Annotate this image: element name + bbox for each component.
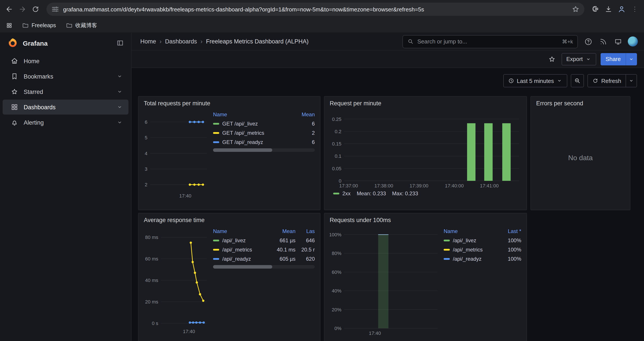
tab-groups-icon[interactable]: [4, 21, 14, 30]
panel-title[interactable]: Requests under 100ms: [324, 213, 526, 226]
legend-value: 100%: [498, 254, 521, 263]
export-button[interactable]: Export: [561, 53, 596, 65]
legend-value: 646: [296, 236, 315, 245]
refresh-button[interactable]: Refresh: [588, 74, 626, 87]
search-input[interactable]: Search or jump to... ⌘+k: [402, 35, 578, 48]
bookmark-star-icon[interactable]: [571, 5, 580, 14]
legend-stat: Mean: 0.233: [357, 190, 386, 197]
scrollbar-thumb[interactable]: [213, 148, 272, 152]
svg-text:17:40: 17:40: [179, 193, 191, 199]
site-settings-icon[interactable]: [51, 5, 60, 14]
zoom-out-button[interactable]: [571, 74, 584, 87]
forward-icon[interactable]: [17, 4, 28, 15]
bar-chart[interactable]: 100%80%60%40%20%0%17:40: [330, 226, 440, 337]
bar-chart[interactable]: 0.250.20.150.10.05017:37:0017:38:0017:39…: [330, 110, 522, 190]
sidebar-item-home[interactable]: Home: [3, 54, 128, 69]
bookmark-folder-freeleaps[interactable]: Freeleaps: [20, 20, 58, 31]
chevron-down-icon: [628, 56, 634, 62]
sidebar-item-label: Dashboards: [24, 104, 111, 110]
panel-request-per-minute: Request per minute 0.250.20.150.10.05017…: [324, 96, 527, 210]
help-icon[interactable]: [583, 36, 594, 47]
search-placeholder: Search or jump to...: [417, 38, 558, 45]
legend-value: 6: [294, 119, 315, 128]
legend-series[interactable]: GET /api/_metrics: [213, 128, 294, 137]
chevron-down-icon[interactable]: [116, 119, 123, 126]
search-shortcut: ⌘+k: [562, 38, 573, 45]
share-menu-button[interactable]: [626, 53, 637, 65]
legend-header[interactable]: Name: [213, 110, 294, 119]
browser-menu-icon[interactable]: [629, 4, 640, 15]
legend-series[interactable]: /api/_livez: [444, 236, 498, 245]
legend-header[interactable]: Name: [213, 226, 268, 236]
address-bar[interactable]: grafana.mathmast.com/d/deytv4rwavabkb/fr…: [46, 3, 584, 16]
panel-legend: 2xxMean: 0.233Max: 0.233: [330, 190, 521, 197]
user-avatar[interactable]: [628, 37, 638, 47]
legend-header[interactable]: Mean: [294, 110, 315, 119]
bookmark-folder-blogs[interactable]: 收藏博客: [64, 20, 99, 31]
legend-series[interactable]: /api/_readyz: [213, 254, 268, 263]
downloads-icon[interactable]: [603, 4, 614, 15]
panel-total-requests: Total requests per minute 6543217:40 Nam…: [138, 96, 320, 210]
sidebar-item-bookmarks[interactable]: Bookmarks: [3, 69, 128, 84]
panel-legend: NameMeanLas/api/_livez661 µs646/api/_met…: [210, 226, 315, 340]
panel-average-response-time: Average response time 80 ms60 ms40 ms20 …: [138, 213, 320, 341]
legend-series[interactable]: /api/_livez: [213, 236, 268, 245]
legend-stat: Max: 0.233: [392, 190, 418, 197]
browser-profile-avatar[interactable]: [616, 4, 627, 15]
time-range-picker[interactable]: Last 5 minutes: [503, 74, 568, 87]
bookmarks-bar: Freeleaps 收藏博客: [0, 19, 644, 33]
line-chart[interactable]: 6543217:40: [144, 110, 210, 200]
refresh-interval-button[interactable]: [626, 74, 637, 87]
chevron-down-icon[interactable]: [116, 73, 123, 80]
panel-title[interactable]: Average response time: [138, 213, 320, 226]
sidebar-item-label: Bookmarks: [24, 73, 111, 80]
panel-legend: NameMeanGET /api/_livez6GET /api/_metric…: [210, 110, 315, 206]
breadcrumb-item[interactable]: Home: [140, 38, 156, 45]
panel-title[interactable]: Total requests per minute: [138, 97, 320, 110]
legend-series[interactable]: /api/_metrics: [444, 245, 498, 254]
sidebar-item-alerting[interactable]: Alerting: [3, 115, 128, 130]
sidebar-item-starred[interactable]: Starred: [3, 84, 128, 99]
sidebar-item-dashboards[interactable]: Dashboards: [3, 100, 128, 115]
legend-value: 100%: [498, 236, 521, 245]
legend-header[interactable]: Mean: [268, 226, 296, 236]
legend-header[interactable]: Name: [444, 226, 498, 236]
browser-chrome: grafana.mathmast.com/d/deytv4rwavabkb/fr…: [0, 0, 644, 33]
legend-series[interactable]: GET /api/_livez: [213, 119, 294, 128]
series-color-marker: [213, 258, 219, 260]
panel-title[interactable]: Errors per second: [531, 97, 630, 110]
legend-series[interactable]: 2xx: [333, 190, 350, 197]
legend-scrollbar[interactable]: [213, 148, 315, 152]
main-area: Home›Dashboards›Freeleaps Metrics Dashbo…: [132, 33, 644, 341]
legend-header[interactable]: Las: [296, 226, 315, 236]
line-chart[interactable]: 80 ms60 ms40 ms20 ms0 s17:40: [144, 226, 210, 335]
search-icon: [407, 38, 414, 45]
favorite-star-icon[interactable]: [546, 54, 557, 64]
news-icon[interactable]: [598, 36, 608, 47]
svg-text:17:40: 17:40: [369, 330, 381, 336]
legend-scrollbar[interactable]: [213, 265, 315, 269]
legend-header[interactable]: Last *: [498, 226, 521, 236]
chevron-down-icon[interactable]: [116, 88, 123, 95]
sidebar-toggle-icon[interactable]: [114, 37, 126, 49]
legend-series[interactable]: /api/_metrics: [213, 245, 268, 254]
breadcrumb-item[interactable]: Dashboards: [165, 38, 197, 45]
panel-title[interactable]: Request per minute: [324, 97, 526, 110]
breadcrumb-separator: ›: [160, 38, 162, 45]
grafana-logo-icon[interactable]: [7, 37, 18, 49]
series-color-marker: [213, 239, 219, 241]
dashboard-actions: Export Share: [132, 51, 644, 68]
legend-series[interactable]: /api/_readyz: [444, 254, 498, 263]
back-icon[interactable]: [4, 4, 15, 15]
legend-series[interactable]: GET /api/_readyz: [213, 137, 294, 147]
kiosk-mode-icon[interactable]: [613, 36, 624, 47]
url-text[interactable]: grafana.mathmast.com/d/deytv4rwavabkb/fr…: [63, 6, 568, 13]
extensions-icon[interactable]: [590, 4, 601, 15]
share-button[interactable]: Share: [601, 53, 626, 65]
svg-text:0%: 0%: [334, 326, 342, 331]
series-color-marker: [213, 249, 219, 250]
chevron-down-icon[interactable]: [116, 104, 123, 111]
sidebar-brand: Grafana: [0, 33, 131, 53]
scrollbar-thumb[interactable]: [213, 265, 272, 269]
reload-icon[interactable]: [30, 4, 41, 15]
